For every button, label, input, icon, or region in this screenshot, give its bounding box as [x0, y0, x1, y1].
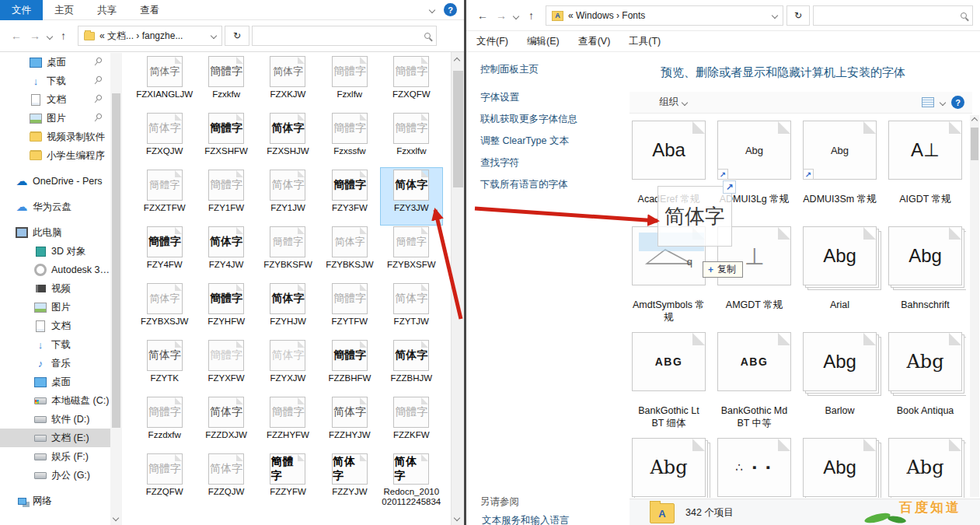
file-tile[interactable]: 簡體字FZYTFW — [319, 282, 380, 338]
file-tile[interactable]: 簡體字Fzxxlfw — [381, 111, 442, 168]
font-tile[interactable]: Abg — [888, 438, 962, 498]
address-dropdown-chevron-icon[interactable] — [211, 33, 217, 39]
file-tile[interactable]: 簡體字Fzxkfw — [195, 54, 256, 111]
font-tile[interactable]: AbgBarlow — [803, 332, 877, 438]
sidebar-item[interactable]: 3D 对象 — [0, 242, 110, 261]
recent-locations-chevron-icon[interactable] — [513, 13, 519, 19]
file-tile[interactable]: 簡體字FZYXFW — [195, 338, 256, 395]
sidebar-item[interactable]: 图片 — [0, 298, 110, 317]
file-tile[interactable]: 简体字FZYTK — [134, 338, 195, 395]
up-icon[interactable]: ↑ — [61, 30, 66, 42]
file-tile[interactable]: 简体字FZZBHJW — [381, 338, 442, 395]
back-icon[interactable]: ← — [477, 9, 488, 22]
sidebar-item[interactable]: ↓下载 — [0, 335, 110, 354]
file-tile[interactable]: 簡體字FZYHFW — [195, 282, 256, 338]
scroll-up-icon[interactable] — [454, 58, 460, 64]
font-tile[interactable]: AbgBahnschrift — [888, 226, 962, 332]
sidebar-item[interactable]: 文档 — [0, 317, 110, 335]
font-tile[interactable]: ∴ ▪ ▪ — [717, 438, 791, 498]
font-tile[interactable]: AbgBook Antiqua — [888, 332, 962, 438]
file-tile[interactable]: 简体字FZXKJW — [257, 54, 319, 111]
sidebar-item[interactable]: 桌面 — [0, 373, 110, 391]
file-tile[interactable]: 简体字FZZQJW — [195, 452, 256, 509]
file-tile[interactable]: 簡體字FZZQFW — [134, 452, 195, 509]
file-tile[interactable]: 簡體字FZXZTFW — [134, 168, 195, 225]
file-tile[interactable]: 简体字FZYBXSJW — [134, 282, 195, 338]
file-tile[interactable]: 簡體字FZZHYFW — [257, 395, 319, 452]
file-tile[interactable]: 简体字FZYHJW — [257, 282, 319, 338]
file-tile[interactable]: 簡體字FZXQFW — [381, 54, 442, 111]
menu-view[interactable]: 查看(V) — [578, 35, 611, 48]
help-icon[interactable]: ? — [951, 96, 964, 109]
file-tile[interactable]: 简体字FZXSHJW — [257, 111, 319, 168]
file-tile[interactable]: 简体字FZXQJW — [134, 111, 195, 168]
recent-locations-chevron-icon[interactable] — [47, 33, 53, 40]
font-tile[interactable]: ABGBankGothic Lt BT 细体 — [632, 332, 706, 438]
address-bar[interactable]: A « Windows › Fonts — [546, 5, 783, 26]
file-tile[interactable]: 簡體字FZY4FW — [134, 225, 195, 282]
file-tile[interactable]: 简体字FZY1JW — [257, 168, 319, 225]
text-services-link[interactable]: 文本服务和输入语言 — [482, 514, 570, 525]
menu-tools[interactable]: 工具(T) — [629, 35, 661, 48]
sidebar-item[interactable]: 办公 (G:) — [0, 466, 110, 485]
scroll-up-icon[interactable] — [971, 117, 978, 124]
sidebar-item[interactable]: 娱乐 (F:) — [0, 447, 110, 466]
up-icon[interactable]: ↑ — [528, 9, 534, 22]
file-tile[interactable]: 簡體字FZY1FW — [195, 168, 256, 225]
tab-home[interactable]: 主页 — [43, 0, 85, 20]
file-tile[interactable]: 簡體字FZZBHFW — [319, 338, 380, 395]
scrollbar-thumb[interactable] — [453, 71, 463, 187]
search-box[interactable] — [252, 26, 437, 46]
font-tile[interactable]: A⊥AIGDT 常规 — [888, 121, 962, 226]
file-tile[interactable]: 簡體字Fzxssfw — [319, 111, 380, 168]
sidebar-item[interactable]: 网络 — [0, 492, 110, 510]
font-tile[interactable]: Abg — [803, 438, 877, 498]
sidebar-item[interactable]: ↓下载 — [0, 72, 110, 90]
file-tile[interactable]: 簡體字FZXSHFW — [195, 111, 256, 168]
ribbon-collapse-chevron-icon[interactable] — [429, 6, 435, 12]
organize-button[interactable]: 组织 — [659, 96, 678, 109]
file-tile[interactable]: 簡體字FZY3FW — [319, 168, 380, 225]
scroll-down-icon[interactable] — [454, 515, 460, 521]
sidebar-item[interactable]: 视频 — [0, 279, 110, 298]
search-box[interactable] — [813, 5, 973, 26]
menu-file[interactable]: 文件(F) — [476, 35, 508, 48]
address-bar[interactable]: « 文档... › fangzhe... — [78, 26, 222, 46]
font-tile[interactable]: Abg — [632, 438, 706, 498]
sidebar-item[interactable]: Autodesk 360 — [0, 261, 110, 279]
sidebar-item[interactable]: ☁OneDrive - Pers — [0, 172, 110, 191]
refresh-button[interactable]: ↻ — [225, 26, 249, 46]
sidebar-item[interactable]: 软件 (D:) — [0, 410, 110, 429]
file-list-scrollbar[interactable] — [451, 52, 464, 525]
breadcrumb[interactable]: « 文档... › fangzhe... — [99, 30, 207, 43]
view-options-icon[interactable] — [922, 97, 934, 107]
menu-edit[interactable]: 编辑(E) — [527, 35, 560, 48]
font-tile[interactable]: Abg↗ADMUI3Sm 常规 — [803, 121, 877, 226]
sidebar-scrollbar-thumb[interactable] — [112, 93, 120, 428]
sidebar-item[interactable]: ♪音乐 — [0, 354, 110, 373]
file-tile[interactable]: 简体字FZYBKSJW — [319, 225, 380, 282]
fonts-scrollbar[interactable] — [970, 115, 979, 497]
help-icon[interactable]: ? — [444, 3, 457, 16]
font-tile[interactable]: AbgArial — [803, 226, 877, 332]
forward-icon[interactable]: → — [496, 9, 507, 22]
file-tile[interactable]: 简体字FZXIANGLJW — [134, 54, 195, 111]
organize-chevron-icon[interactable] — [682, 99, 688, 105]
file-tile[interactable]: 简体字FZY4JW — [195, 225, 256, 282]
back-icon[interactable]: ← — [11, 30, 22, 42]
sidebar-item[interactable]: 文档 (E:) — [0, 429, 110, 447]
sidebar-item[interactable]: 本地磁盘 (C:) — [0, 391, 110, 410]
file-tile[interactable]: 簡體字FZYBXSFW — [381, 225, 442, 282]
sidebar-item[interactable]: 文档 — [0, 90, 110, 109]
file-tile[interactable]: 簡體字FZYBKSFW — [257, 225, 319, 282]
file-tile[interactable]: 简体字FZZDXJW — [195, 395, 256, 452]
file-tile[interactable]: 简体字FZY3JW — [381, 168, 442, 225]
refresh-button[interactable]: ↻ — [786, 5, 810, 26]
file-tile[interactable]: 簡體字FZZKFW — [381, 395, 442, 452]
task-link[interactable]: 查找字符 — [480, 156, 577, 170]
tab-share[interactable]: 共享 — [85, 0, 128, 20]
file-tile[interactable]: 简体字Redocn_2010020112245834 — [381, 452, 442, 509]
task-link[interactable]: 调整 ClearType 文本 — [480, 135, 577, 148]
forward-icon[interactable]: → — [30, 30, 40, 42]
file-tile[interactable]: 簡體字Fzxlfw — [319, 54, 380, 111]
